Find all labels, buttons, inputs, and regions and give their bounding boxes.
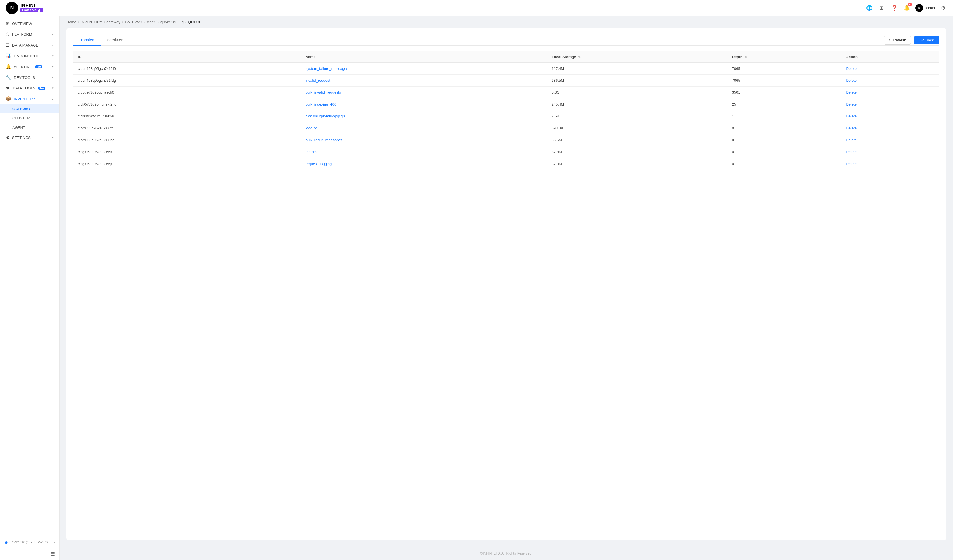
cell-action: Delete bbox=[841, 87, 939, 99]
data-manage-icon: ☰ bbox=[6, 43, 9, 48]
name-link[interactable]: metrics bbox=[306, 150, 317, 154]
sort-depth-icon[interactable]: ⇅ bbox=[745, 56, 747, 59]
cell-local-storage: 117.4M bbox=[547, 63, 728, 74]
cell-depth: 1 bbox=[728, 110, 842, 122]
sidebar-item-agent[interactable]: AGENT bbox=[0, 123, 59, 132]
col-name: Name bbox=[301, 51, 547, 63]
sidebar-label-settings: SETTINGS bbox=[12, 136, 31, 140]
delete-link[interactable]: Delete bbox=[846, 67, 857, 71]
name-link[interactable]: bulk_invalid_requests bbox=[306, 90, 341, 94]
chevron-platform: ▾ bbox=[52, 32, 54, 36]
chevron-footer: › bbox=[54, 540, 55, 544]
name-link[interactable]: request_logging bbox=[306, 162, 332, 166]
tab-persistent[interactable]: Persistent bbox=[101, 35, 130, 46]
cell-id: cidcn453q95gcn7s1fd0 bbox=[73, 63, 301, 74]
chevron-data-insight: ▾ bbox=[52, 54, 54, 58]
cell-id: cicgf053q95ke1kj66hg bbox=[73, 134, 301, 146]
table-row: cick0nl3q95mu4skt240 cick0ml3q95mfucq9jc… bbox=[73, 110, 939, 122]
layout-icon[interactable]: ⊞ bbox=[878, 4, 886, 12]
sidebar-footer[interactable]: ◆ Enterprise (1.5.0_SNAPS... › bbox=[0, 536, 59, 548]
cell-depth: 0 bbox=[728, 134, 842, 146]
delete-link[interactable]: Delete bbox=[846, 114, 857, 118]
sidebar-item-dev-tools[interactable]: 🔧 DEV TOOLS ▾ bbox=[0, 72, 59, 83]
overview-icon: ⊞ bbox=[6, 21, 9, 26]
globe-icon[interactable]: 🌐 bbox=[865, 4, 873, 12]
delete-link[interactable]: Delete bbox=[846, 126, 857, 130]
go-back-button[interactable]: Go Back bbox=[914, 36, 939, 44]
name-link[interactable]: bulk_result_messages bbox=[306, 138, 342, 142]
logo-console: Console bbox=[20, 8, 43, 12]
sep3: / bbox=[122, 20, 123, 24]
settings-icon: ⚙ bbox=[6, 135, 9, 140]
name-link[interactable]: bulk_indexing_400 bbox=[306, 102, 336, 107]
sidebar-label-overview: OVERVIEW bbox=[12, 22, 32, 26]
sidebar-label-dev-tools: DEV TOOLS bbox=[14, 76, 35, 80]
name-link[interactable]: system_failure_messages bbox=[306, 67, 348, 71]
sidebar-item-gateway[interactable]: GATEWAY bbox=[0, 104, 59, 113]
refresh-button[interactable]: ↻ Refresh bbox=[884, 36, 911, 45]
cell-id: cidcn453q95gcn7s1fdg bbox=[73, 74, 301, 87]
sidebar-item-alerting[interactable]: 🔔 ALERTING Pro ▾ bbox=[0, 61, 59, 72]
sidebar-item-inventory[interactable]: 📦 INVENTORY ▴ bbox=[0, 93, 59, 104]
cell-action: Delete bbox=[841, 74, 939, 87]
sidebar-footer-menu: ☰ bbox=[0, 548, 59, 560]
sort-local-storage-icon[interactable]: ⇅ bbox=[578, 56, 580, 59]
delete-link[interactable]: Delete bbox=[846, 102, 857, 107]
dev-tools-icon: 🔧 bbox=[6, 75, 11, 80]
breadcrumb: Home / INVENTORY / gateway / GATEWAY / c… bbox=[60, 16, 953, 28]
delete-link[interactable]: Delete bbox=[846, 78, 857, 82]
breadcrumb-home[interactable]: Home bbox=[67, 20, 76, 24]
breadcrumb-gateway-upper[interactable]: GATEWAY bbox=[125, 20, 143, 24]
chevron-inventory: ▴ bbox=[52, 97, 54, 101]
logo-text: INFINI Console bbox=[20, 3, 43, 13]
name-link[interactable]: invalid_request bbox=[306, 78, 330, 82]
menu-icon[interactable]: ☰ bbox=[50, 551, 55, 557]
breadcrumb-gateway-lower[interactable]: gateway bbox=[107, 20, 120, 24]
sidebar-item-settings[interactable]: ⚙ SETTINGS ▾ bbox=[0, 132, 59, 143]
name-link[interactable]: cick0ml3q95mfucq9jcg0 bbox=[306, 114, 345, 118]
cell-local-storage: 2.5K bbox=[547, 110, 728, 122]
chevron-settings: ▾ bbox=[52, 136, 54, 139]
refresh-label: Refresh bbox=[893, 38, 906, 42]
delete-link[interactable]: Delete bbox=[846, 138, 857, 142]
tabs-right: ↻ Refresh Go Back bbox=[884, 36, 939, 45]
sep2: / bbox=[104, 20, 105, 24]
sidebar: ⊞ OVERVIEW ⬡ PLATFORM ▾ ☰ DATA MANAGE ▾ bbox=[0, 16, 60, 560]
cell-id: cicgf053q95ke1kj66fg bbox=[73, 122, 301, 134]
name-link[interactable]: logging bbox=[306, 126, 317, 130]
delete-link[interactable]: Delete bbox=[846, 90, 857, 94]
sidebar-item-cluster[interactable]: CLUSTER bbox=[0, 113, 59, 123]
delete-link[interactable]: Delete bbox=[846, 150, 857, 154]
queue-table: ID Name Local Storage ⇅ Depth ⇅ Action bbox=[73, 51, 939, 170]
cell-local-storage: 35.6M bbox=[547, 134, 728, 146]
sidebar-item-data-insight[interactable]: 📊 DATA INSIGHT ▾ bbox=[0, 51, 59, 61]
delete-link[interactable]: Delete bbox=[846, 162, 857, 166]
cell-id: cicgf053q95ke1kj66j0 bbox=[73, 158, 301, 170]
settings-header-icon[interactable]: ⚙ bbox=[939, 4, 947, 12]
breadcrumb-gateway-id[interactable]: cicgf053q95ke1kj669g bbox=[147, 20, 184, 24]
cell-action: Delete bbox=[841, 158, 939, 170]
breadcrumb-inventory[interactable]: INVENTORY bbox=[81, 20, 102, 24]
cell-id: cick0q53q95mu4skt2ng bbox=[73, 99, 301, 110]
inventory-icon: 📦 bbox=[6, 96, 11, 101]
col-id: ID bbox=[73, 51, 301, 63]
sidebar-item-overview[interactable]: ⊞ OVERVIEW bbox=[0, 18, 59, 29]
sidebar-item-data-tools[interactable]: 🛠 DATA TOOLS Pro ▾ bbox=[0, 83, 59, 93]
cell-name: request_logging bbox=[301, 158, 547, 170]
admin-section[interactable]: N admin bbox=[915, 4, 935, 12]
sidebar-item-data-manage[interactable]: ☰ DATA MANAGE ▾ bbox=[0, 40, 59, 51]
cell-id: cick0nl3q95mu4skt240 bbox=[73, 110, 301, 122]
cell-local-storage: 686.5M bbox=[547, 74, 728, 87]
sidebar-item-platform[interactable]: ⬡ PLATFORM ▾ bbox=[0, 29, 59, 40]
notification-icon[interactable]: 🔔 9 bbox=[903, 4, 911, 12]
col-action: Action bbox=[841, 51, 939, 63]
main-content: Home / INVENTORY / gateway / GATEWAY / c… bbox=[60, 16, 953, 560]
sep4: / bbox=[144, 20, 145, 24]
tab-transient[interactable]: Transient bbox=[73, 35, 101, 46]
page-footer: ©INFINI.LTD, All Rights Reserved. bbox=[60, 547, 953, 560]
sidebar-label-data-manage: DATA MANAGE bbox=[12, 43, 38, 47]
go-back-label: Go Back bbox=[919, 38, 934, 42]
cell-depth: 0 bbox=[728, 158, 842, 170]
help-icon[interactable]: ❓ bbox=[890, 4, 898, 12]
sidebar-nav: ⊞ OVERVIEW ⬡ PLATFORM ▾ ☰ DATA MANAGE ▾ bbox=[0, 16, 59, 536]
